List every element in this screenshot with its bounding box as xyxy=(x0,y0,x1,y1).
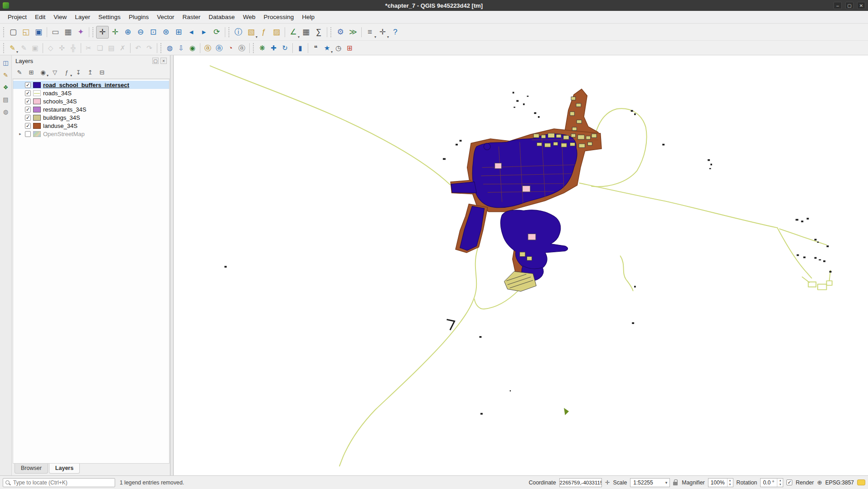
panel-float-button[interactable]: ▢ xyxy=(152,58,159,64)
toolbar-handle[interactable] xyxy=(330,27,333,37)
select-by-expression-button[interactable]: ƒ xyxy=(257,26,270,39)
extents-toggle-icon[interactable]: ✛ xyxy=(605,479,610,486)
pan-to-selection-button[interactable]: ✛ xyxy=(109,26,121,39)
expander-icon[interactable]: ▸ xyxy=(18,132,23,136)
spin-arrows[interactable]: ▲▼ xyxy=(727,479,733,487)
spin-arrows[interactable]: ▲▼ xyxy=(777,479,783,487)
manage-map-themes-button[interactable]: ◉▾ xyxy=(38,68,48,78)
menu-web[interactable]: Web xyxy=(239,11,260,23)
open-layer-styling-button[interactable]: ✎ xyxy=(14,68,25,78)
overview-panel-icon[interactable]: ◍ xyxy=(1,107,10,116)
filter-by-expression-button[interactable]: ƒ▾ xyxy=(61,68,72,78)
layer-label[interactable]: landuse_34S xyxy=(43,122,78,129)
identify-features-button[interactable]: ⓘ xyxy=(232,26,245,39)
osm-place-search-button[interactable]: ◍ xyxy=(164,43,175,54)
zoom-out-button[interactable]: ⊖ xyxy=(134,26,147,39)
processing-panel-icon[interactable]: ❖ xyxy=(1,83,10,92)
panel-close-button[interactable]: × xyxy=(160,58,167,64)
map-canvas[interactable] xyxy=(173,55,868,475)
menu-vector[interactable]: Vector xyxy=(153,11,178,23)
toolbar-handle[interactable] xyxy=(228,27,231,37)
manage-map-themes-dropdown-arrow[interactable]: ▾ xyxy=(47,73,48,78)
browser-panel-icon[interactable]: ◫ xyxy=(1,58,10,67)
layer-item-openstreetmap[interactable]: ▸OpenStreetMap xyxy=(13,130,169,138)
toolbar-handle[interactable] xyxy=(3,43,5,53)
label-toolbar-button[interactable]: ⓐ xyxy=(202,43,213,54)
coordinate-input[interactable] xyxy=(559,478,602,487)
crs-text[interactable]: EPSG:3857 xyxy=(825,479,854,486)
menu-settings[interactable]: Settings xyxy=(94,11,125,23)
expand-all-button[interactable]: ↧ xyxy=(73,68,84,78)
tab-layers[interactable]: Layers xyxy=(49,464,80,474)
scale-lock-icon[interactable] xyxy=(673,479,679,486)
attribute-table-button[interactable]: ▦ xyxy=(300,26,312,39)
layer-visibility-checkbox[interactable]: ✓ xyxy=(25,98,31,104)
layer-item-roads-34s[interactable]: ✓roads_34S xyxy=(13,89,169,97)
tab-browser[interactable]: Browser xyxy=(15,464,48,474)
minimize-button[interactable]: – xyxy=(834,2,842,9)
menu-raster[interactable]: Raster xyxy=(178,11,204,23)
new-project-button[interactable]: ▢ xyxy=(7,26,19,39)
locate-input[interactable] xyxy=(3,478,115,487)
render-checkbox[interactable]: ✓ xyxy=(786,479,792,485)
deselect-all-button[interactable]: ▨ xyxy=(270,26,283,39)
menu-plugins[interactable]: Plugins xyxy=(125,11,153,23)
save-project-button[interactable]: ▣ xyxy=(32,26,45,39)
menu-edit[interactable]: Edit xyxy=(31,11,49,23)
metasearch-button[interactable]: ❋ xyxy=(257,43,268,54)
pin-labels-button[interactable]: ⓐ xyxy=(236,43,247,54)
help-contents-button[interactable]: ? xyxy=(389,26,402,39)
quick-map-services-button[interactable]: ◉ xyxy=(187,43,198,54)
select-features-button[interactable]: ▧▾ xyxy=(245,26,257,39)
pan-map-button[interactable]: ✛ xyxy=(96,26,109,39)
layer-label[interactable]: schools_34S xyxy=(43,98,77,105)
layer-visibility-checkbox[interactable]: ✓ xyxy=(25,123,31,129)
snapping-options-button[interactable]: ✛▾ xyxy=(376,26,389,39)
magnifier-spinbox[interactable]: 100% ▲▼ xyxy=(708,478,733,487)
remove-layer-button[interactable]: ⊟ xyxy=(97,68,107,78)
style-manager-button[interactable]: ✦ xyxy=(74,26,87,39)
layer-visibility-checkbox[interactable]: ✓ xyxy=(25,90,31,96)
layer-item-buildings-34s[interactable]: ✓buildings_34S xyxy=(13,113,169,122)
layer-label[interactable]: OpenStreetMap xyxy=(43,131,85,137)
restore-button[interactable]: ▢ xyxy=(845,2,853,9)
layer-label[interactable]: restaurants_34S xyxy=(43,106,86,113)
filter-by-expression-dropdown-arrow[interactable]: ▾ xyxy=(70,73,72,78)
collapse-all-button[interactable]: ↥ xyxy=(85,68,96,78)
toolbar-handle[interactable] xyxy=(253,43,255,53)
temporal-controller-button[interactable]: ◷ xyxy=(333,43,344,54)
layer-item-restaurants-34s[interactable]: ✓restaurants_34S xyxy=(13,105,169,113)
menu-layer[interactable]: Layer xyxy=(71,11,94,23)
menu-database[interactable]: Database xyxy=(204,11,239,23)
scale-combo[interactable]: 1:52255 ▾ xyxy=(630,478,670,487)
filter-legend-button[interactable]: ▽ xyxy=(49,68,60,78)
close-button[interactable]: ✕ xyxy=(857,2,865,9)
layer-label[interactable]: roads_34S xyxy=(43,90,72,97)
rotation-spinbox[interactable]: 0.0 ° ▲▼ xyxy=(760,478,783,487)
measure-button[interactable]: ∠▾ xyxy=(287,26,300,39)
log-panel-icon[interactable]: ▤ xyxy=(1,95,10,104)
add-group-button[interactable]: ⊞ xyxy=(26,68,37,78)
new-print-layout-button[interactable]: ▭ xyxy=(49,26,62,39)
layer-item-landuse-34s[interactable]: ✓landuse_34S xyxy=(13,122,169,130)
plugin-tool-button[interactable]: ▮ xyxy=(295,43,306,54)
zoom-to-selection-button[interactable]: ⊛ xyxy=(160,26,172,39)
layer-styling-panel-icon[interactable]: ✎ xyxy=(1,70,10,79)
toolbar-handle[interactable] xyxy=(3,27,5,37)
processing-toolbox-button[interactable]: ⚙ xyxy=(334,26,347,39)
layer-label[interactable]: buildings_34S xyxy=(43,114,80,121)
menu-processing[interactable]: Processing xyxy=(260,11,298,23)
zoom-full-button[interactable]: ⊡ xyxy=(147,26,160,39)
data-source-manager-button[interactable]: ⊞ xyxy=(344,43,355,54)
layer-options-button[interactable]: ≡▾ xyxy=(364,26,376,39)
new-bookmark-button[interactable]: ★▾ xyxy=(321,43,333,54)
zoom-to-layer-button[interactable]: ⊞ xyxy=(172,26,185,39)
crs-icon[interactable]: ⊕ xyxy=(817,479,822,486)
toolbar-handle[interactable] xyxy=(160,43,163,53)
map-refresh-button[interactable]: ⟳ xyxy=(210,26,223,39)
python-console-button[interactable]: ≫ xyxy=(347,26,359,39)
layer-visibility-checkbox[interactable] xyxy=(25,131,31,137)
statistics-summary-button[interactable]: ∑ xyxy=(312,26,325,39)
layer-labeling-options-button[interactable]: ⓐ xyxy=(213,43,225,54)
current-edits-button[interactable]: ✎▾ xyxy=(7,43,18,54)
